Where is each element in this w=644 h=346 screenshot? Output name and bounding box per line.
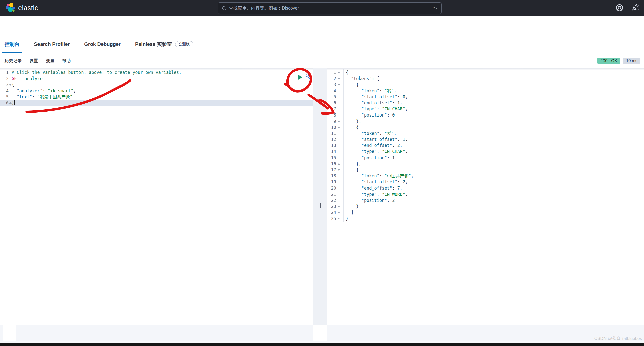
tab-search-profiler[interactable]: Search Profiler <box>34 35 70 53</box>
request-editor[interactable]: 1# Click the Variables button, above, to… <box>0 68 313 343</box>
beta-badge: 公测版 <box>175 41 193 47</box>
line-number: 25 <box>327 216 344 222</box>
tab-grok-debugger[interactable]: Grok Debugger <box>84 35 121 53</box>
fold-close-icon[interactable] <box>9 102 12 104</box>
code-line[interactable]: 5 "start_offset": 0, <box>327 94 644 100</box>
code-line[interactable]: 3{ <box>0 82 313 88</box>
fold-open-icon[interactable] <box>338 78 340 80</box>
code-line[interactable]: 20 "end_offset": 7, <box>327 185 644 191</box>
resizer-handle-icon[interactable] <box>319 203 321 208</box>
code-line[interactable]: 13 "end_offset": 2, <box>327 142 644 148</box>
code-text: "position": 1 <box>346 155 644 161</box>
search-icon <box>222 6 226 11</box>
line-number: 5 <box>327 94 344 100</box>
text-cursor <box>14 100 15 105</box>
code-line[interactable]: 1# Click the Variables button, above, to… <box>0 69 313 75</box>
line-number: 6 <box>0 100 11 106</box>
response-editor-lines: 1{2 "tokens": [3 {4 "token": "我",5 "star… <box>327 68 644 222</box>
code-line[interactable]: 16 }, <box>327 161 644 167</box>
code-line[interactable]: 10 { <box>327 124 644 130</box>
fold-close-icon[interactable] <box>338 163 340 165</box>
code-text: "token": "中国共产党", <box>346 173 644 179</box>
code-line[interactable]: 25} <box>327 216 644 222</box>
fold-close-icon[interactable] <box>338 218 340 219</box>
line-number: 2 <box>0 75 11 82</box>
code-text: "text": "我爱中国共产党" <box>12 94 313 100</box>
csdn-watermark: CSDN @蓝盒子itbluebox <box>594 336 642 341</box>
code-line[interactable]: 4 "token": "我", <box>327 88 644 94</box>
line-number: 2 <box>327 75 344 82</box>
code-line[interactable]: 4 "analyzer": "ik_smart", <box>0 88 313 94</box>
send-request-play-icon[interactable] <box>298 75 302 80</box>
console-content: 1# Click the Variables button, above, to… <box>0 68 644 343</box>
code-text: { <box>346 69 644 75</box>
code-text: "analyzer": "ik_smart", <box>12 88 313 94</box>
code-line[interactable]: 2 "tokens": [ <box>327 75 644 82</box>
line-number: 15 <box>327 155 344 161</box>
code-line[interactable]: 14 "type": "CN_CHAR", <box>327 148 644 155</box>
line-number: 10 <box>327 124 344 130</box>
code-line[interactable]: 7 "type": "CN_CHAR", <box>327 106 644 112</box>
line-number: 3 <box>327 82 344 88</box>
line-number: 4 <box>327 88 344 94</box>
code-line[interactable]: 21 "type": "CN_WORD", <box>327 191 644 197</box>
code-line[interactable]: 9 }, <box>327 118 644 124</box>
search-input[interactable] <box>229 6 432 11</box>
code-text: "start_offset": 0, <box>346 94 644 100</box>
code-line[interactable]: 2GET _analyze <box>0 75 313 82</box>
code-text: "end_offset": 7, <box>346 185 644 191</box>
code-line[interactable]: 6} <box>0 100 313 106</box>
whats-new-party-popper-icon[interactable] <box>631 3 639 12</box>
fold-open-icon[interactable] <box>338 84 340 86</box>
code-text: "start_offset": 1, <box>346 136 644 142</box>
line-number: 22 <box>327 197 344 203</box>
code-line[interactable]: 24 ] <box>327 209 644 215</box>
code-line[interactable]: 8 "position": 0 <box>327 112 644 118</box>
line-number: 13 <box>327 142 344 148</box>
line-number: 4 <box>0 88 11 94</box>
code-line[interactable]: 23 } <box>327 203 644 209</box>
history-button[interactable]: 历史记录 <box>5 58 22 64</box>
fold-open-icon[interactable] <box>338 127 340 128</box>
code-text: } <box>12 100 313 106</box>
code-line[interactable]: 18 "token": "中国共产党", <box>327 173 644 179</box>
code-line[interactable]: 19 "start_offset": 2, <box>327 179 644 185</box>
request-options-wrench-icon[interactable] <box>305 74 312 80</box>
tab-painless-lab[interactable]: Painless 实验室 公测版 <box>135 35 193 53</box>
fold-open-icon[interactable] <box>9 84 12 86</box>
line-number: 3 <box>0 82 11 88</box>
code-line[interactable]: 5 "text": "我爱中国共产党" <box>0 94 313 100</box>
request-editor-bottom-track <box>0 325 313 341</box>
help-lifebuoy-icon[interactable] <box>616 4 623 12</box>
fold-open-icon[interactable] <box>338 169 340 171</box>
code-line[interactable]: 22 "position": 2 <box>327 197 644 203</box>
settings-button[interactable]: 设置 <box>29 58 38 64</box>
elastic-logo-icon <box>6 3 16 13</box>
logo-text: elastic <box>18 4 38 12</box>
code-text: "end_offset": 2, <box>346 142 644 148</box>
variables-button[interactable]: 变量 <box>46 58 54 64</box>
elastic-logo[interactable]: elastic <box>6 3 38 13</box>
code-line[interactable]: 12 "start_offset": 1, <box>327 136 644 142</box>
code-text: "type": "CN_CHAR", <box>346 148 644 155</box>
console-toolbar: 历史记录 设置 变量 帮助 200 - OK 10 ms <box>0 53 644 68</box>
line-number: 8 <box>327 112 344 118</box>
response-editor[interactable]: 1{2 "tokens": [3 {4 "token": "我",5 "star… <box>327 68 644 343</box>
line-number: 1 <box>0 69 11 75</box>
help-button[interactable]: 帮助 <box>62 58 71 64</box>
global-search[interactable]: ^/ <box>218 2 442 14</box>
code-line[interactable]: 1{ <box>327 69 644 75</box>
fold-close-icon[interactable] <box>338 212 340 213</box>
tab-console[interactable]: 控制台 <box>5 35 20 53</box>
code-line[interactable]: 6 "end_offset": 1, <box>327 100 644 106</box>
code-line[interactable]: 17 { <box>327 167 644 173</box>
code-line[interactable]: 15 "position": 1 <box>327 155 644 161</box>
fold-open-icon[interactable] <box>338 72 340 73</box>
code-line[interactable]: 3 { <box>327 82 644 88</box>
code-text: "position": 0 <box>346 112 644 118</box>
fold-close-icon[interactable] <box>338 121 340 122</box>
code-line[interactable]: 11 "token": "爱", <box>327 130 644 136</box>
fold-close-icon[interactable] <box>338 206 340 207</box>
panel-resizer[interactable] <box>313 68 327 343</box>
line-number: 1 <box>327 69 344 75</box>
